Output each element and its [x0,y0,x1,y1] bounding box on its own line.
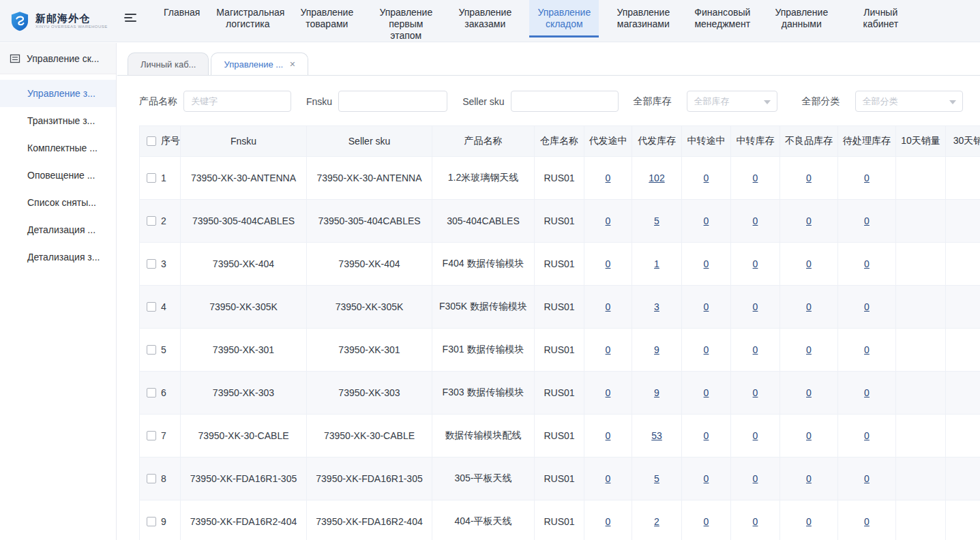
row-index: 1 [161,172,166,183]
pending-stock-link[interactable]: 0 [864,301,870,312]
sidebar-section-header[interactable]: Управление ск... [0,43,116,74]
dropship-stock-link[interactable]: 2 [654,516,659,527]
defective-stock-link[interactable]: 0 [806,258,812,269]
transfer-transit-link[interactable]: 0 [704,258,709,269]
pending-stock-link[interactable]: 0 [864,215,870,226]
defective-stock-link[interactable]: 0 [806,387,812,398]
row-checkbox[interactable] [147,431,156,440]
nav-item-warehouse-management[interactable]: Управление складом [529,0,599,38]
transfer-transit-link[interactable]: 0 [704,516,709,527]
nav-item-data-management[interactable]: Управление данными [767,0,836,38]
sidebar-item-details-2[interactable]: Детализация з... [0,243,116,271]
defective-stock-link[interactable]: 0 [806,172,812,183]
category-select[interactable]: 全部分类 [855,91,963,112]
tab-close-icon[interactable]: ✕ [289,61,295,68]
transfer-stock-link[interactable]: 0 [753,473,758,484]
fnsku-label: Fnsku [306,96,332,107]
pending-stock-link[interactable]: 0 [864,430,870,441]
sidebar-item-removed-list[interactable]: Список сняты... [0,189,116,216]
transfer-transit-link[interactable]: 0 [704,172,709,183]
seller-sku-input[interactable] [511,91,619,112]
transfer-stock-link[interactable]: 0 [753,172,758,183]
dropship-transit-link[interactable]: 0 [606,301,611,312]
main-content: Личный каб... Управление ... ✕ 产品名称 Fnsk… [117,43,980,540]
dropship-stock-link[interactable]: 5 [654,473,659,484]
cell-sales-30d [946,415,980,457]
pending-stock-link[interactable]: 0 [864,473,870,484]
defective-stock-link[interactable]: 0 [806,430,812,441]
row-checkbox[interactable] [147,173,156,183]
row-checkbox[interactable] [147,517,156,526]
dropship-stock-link[interactable]: 9 [654,344,659,355]
select-all-checkbox[interactable] [147,136,156,146]
dropship-stock-link[interactable]: 9 [654,387,659,398]
cell-product-name: F301 数据传输模块 [432,329,535,372]
row-checkbox[interactable] [147,388,156,397]
dropship-transit-link[interactable]: 0 [606,172,611,183]
row-checkbox[interactable] [147,302,156,312]
nav-item-order-management[interactable]: Управление заказами [450,0,520,38]
transfer-transit-link[interactable]: 0 [704,430,709,441]
nav-item-trunk-logistics[interactable]: Магистральная логистика [213,0,282,38]
defective-stock-link[interactable]: 0 [806,473,812,484]
transfer-stock-link[interactable]: 0 [753,258,758,269]
stock-select[interactable]: 全部库存 [687,91,777,112]
nav-item-goods-management[interactable]: Управление товарами [292,0,361,38]
nav-item-finance[interactable]: Финансовый менеджмент [687,0,757,38]
row-checkbox[interactable] [147,259,156,269]
row-checkbox[interactable] [147,216,156,226]
fnsku-input[interactable] [338,91,447,112]
nav-item-home[interactable]: Главная [160,0,203,38]
sidebar-item-details-1[interactable]: Детализация ... [0,216,116,243]
transfer-transit-link[interactable]: 0 [704,215,709,226]
sidebar: Управление ск... Управление з... Транзит… [0,43,117,540]
defective-stock-link[interactable]: 0 [806,215,812,226]
dropship-transit-link[interactable]: 0 [606,430,611,441]
sidebar-collapse-icon[interactable] [117,4,144,31]
transfer-stock-link[interactable]: 0 [753,301,758,312]
dropship-stock-link[interactable]: 5 [654,215,659,226]
nav-item-personal-cabinet[interactable]: Личный кабинет [846,0,915,38]
transfer-stock-link[interactable]: 0 [753,344,758,355]
sidebar-item-inventory-management[interactable]: Управление з... [0,80,116,107]
defective-stock-link[interactable]: 0 [806,301,812,312]
dropship-transit-link[interactable]: 0 [606,473,611,484]
transfer-stock-link[interactable]: 0 [753,215,758,226]
product-name-input[interactable] [183,91,291,112]
defective-stock-link[interactable]: 0 [806,344,812,355]
tab-warehouse-management[interactable]: Управление ... ✕ [211,52,308,75]
dropship-transit-link[interactable]: 0 [606,344,611,355]
pending-stock-link[interactable]: 0 [864,172,870,183]
nav-item-first-stage[interactable]: Управление первым этапом [371,0,441,38]
dropship-transit-link[interactable]: 0 [606,387,611,398]
dropship-stock-link[interactable]: 53 [651,430,662,441]
dropship-transit-link[interactable]: 0 [606,516,611,527]
dropship-transit-link[interactable]: 0 [606,258,611,269]
pending-stock-link[interactable]: 0 [864,344,870,355]
transfer-stock-link[interactable]: 0 [753,387,758,398]
sidebar-item-kits[interactable]: Комплектные ... [0,134,116,162]
dropship-stock-link[interactable]: 3 [654,301,659,312]
sidebar-item-alerts[interactable]: Оповещение ... [0,162,116,189]
pending-stock-link[interactable]: 0 [864,258,870,269]
transfer-transit-link[interactable]: 0 [704,387,709,398]
defective-stock-link[interactable]: 0 [806,516,812,527]
pending-stock-link[interactable]: 0 [864,516,870,527]
tab-personal-cabinet[interactable]: Личный каб... [128,52,209,75]
sidebar-item-transit[interactable]: Транзитные з... [0,107,116,134]
col-warehouse: 仓库名称 [535,126,584,157]
dropship-stock-link[interactable]: 102 [649,172,664,183]
dropship-transit-link[interactable]: 0 [606,215,611,226]
transfer-transit-link[interactable]: 0 [704,473,709,484]
pending-stock-link[interactable]: 0 [864,387,870,398]
transfer-transit-link[interactable]: 0 [704,344,709,355]
cell-sales-10d [896,243,946,286]
nav-item-store-management[interactable]: Управление магазинами [608,0,678,38]
transfer-transit-link[interactable]: 0 [704,301,709,312]
row-checkbox[interactable] [147,474,156,483]
transfer-stock-link[interactable]: 0 [753,430,758,441]
row-checkbox[interactable] [147,345,156,355]
transfer-stock-link[interactable]: 0 [753,516,758,527]
dropdown-caret-icon [764,100,771,104]
dropship-stock-link[interactable]: 1 [654,258,659,269]
